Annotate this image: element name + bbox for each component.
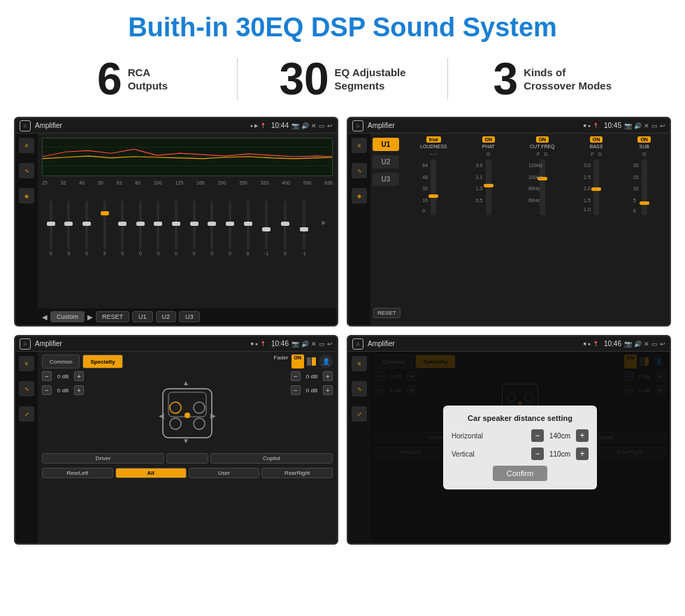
fader-on-badge[interactable]: ON bbox=[291, 354, 305, 368]
wave-icon-4[interactable]: ∿ bbox=[352, 381, 367, 396]
svg-point-5 bbox=[170, 402, 181, 413]
eq-slider-10[interactable]: 0 bbox=[229, 189, 231, 256]
eq-freq-labels: 253240506380100125160200250320400500630 bbox=[38, 180, 337, 187]
common-tab-3[interactable]: Common bbox=[42, 354, 80, 368]
stat-eq: 30 EQ AdjustableSegments bbox=[252, 57, 433, 101]
back-icon-1[interactable]: ↩ bbox=[327, 122, 333, 129]
wave-icon-3[interactable]: ∿ bbox=[19, 381, 34, 396]
prev-icon[interactable]: ◀ bbox=[42, 313, 48, 321]
eq-icon-2[interactable]: ≡ bbox=[352, 138, 367, 153]
speaker-icon-2[interactable]: ◈ bbox=[352, 188, 367, 203]
vol-plus-tr[interactable]: + bbox=[323, 371, 333, 381]
u3-btn-1[interactable]: U3 bbox=[179, 311, 200, 322]
screen-main-2: true LOUDNESS ~~ 64 48 32 16 0 bbox=[401, 134, 670, 325]
back-icon-3[interactable]: ↩ bbox=[327, 341, 333, 348]
eq-slider-7[interactable]: 0 bbox=[175, 189, 178, 256]
svg-text:◀: ◀ bbox=[159, 412, 164, 420]
eq-slider-5[interactable]: 0 bbox=[139, 189, 142, 256]
specialty-tab-3[interactable]: Specialty bbox=[82, 354, 122, 368]
rearright-btn[interactable]: RearRight bbox=[261, 468, 333, 478]
vol-row-bl: − 0 dB + bbox=[42, 385, 84, 395]
u1-btn[interactable]: U1 bbox=[373, 138, 399, 151]
user-btn-3[interactable]: User bbox=[189, 468, 260, 478]
eq-slider-13[interactable]: 0 bbox=[284, 189, 287, 256]
expand-icon-4[interactable]: ⤢ bbox=[352, 406, 367, 422]
u3-btn[interactable]: U3 bbox=[373, 173, 399, 186]
vol-val-bl: 0 dB bbox=[53, 387, 73, 394]
horizontal-minus[interactable]: − bbox=[531, 429, 544, 442]
dialog-overlay: Car speaker distance setting Horizontal … bbox=[370, 352, 670, 543]
cutfreq-on[interactable]: ON bbox=[536, 136, 549, 143]
loudness-slider[interactable]: 64 48 32 16 0 bbox=[431, 159, 436, 215]
reset-btn-1[interactable]: RESET bbox=[96, 311, 129, 322]
next-icon[interactable]: ▶ bbox=[87, 313, 93, 321]
u2-btn-1[interactable]: U2 bbox=[156, 311, 177, 322]
eq-slider-12[interactable]: -1 bbox=[264, 189, 268, 256]
vol-minus-tr[interactable]: − bbox=[291, 371, 301, 381]
loudness-on[interactable]: true bbox=[426, 136, 441, 143]
vol-plus-br[interactable]: + bbox=[323, 385, 333, 395]
vertical-plus[interactable]: + bbox=[576, 447, 589, 460]
vertical-minus[interactable]: − bbox=[531, 447, 544, 460]
all-btn[interactable]: All bbox=[115, 468, 187, 478]
rearleft-btn[interactable]: RearLeft bbox=[42, 468, 113, 478]
stat-number-crossover: 3 bbox=[493, 57, 519, 101]
dialog-horizontal-row: Horizontal − 140cm + bbox=[452, 429, 589, 442]
eq-icon-3[interactable]: ≡ bbox=[19, 356, 34, 371]
back-icon-2[interactable]: ↩ bbox=[660, 122, 665, 129]
cutfreq-col: ON CUT FREQ F G 120Hz 100Hz 80Hz 60Hz bbox=[530, 136, 555, 217]
eq-slider-4[interactable]: 0 bbox=[121, 189, 124, 256]
eq-slider-6[interactable]: 0 bbox=[157, 189, 159, 256]
horizontal-plus[interactable]: + bbox=[576, 429, 589, 442]
expand-icon-3[interactable]: ⤢ bbox=[19, 406, 34, 422]
vol-plus-tl[interactable]: + bbox=[74, 371, 84, 381]
home-icon-3[interactable]: ⌂ bbox=[20, 338, 31, 350]
stat-label-crossover: Kinds ofCrossover Modes bbox=[524, 66, 612, 93]
vol-minus-br[interactable]: − bbox=[291, 385, 301, 395]
cutfreq-slider[interactable]: 120Hz 100Hz 80Hz 60Hz bbox=[540, 159, 545, 215]
back-icon-4[interactable]: ↩ bbox=[660, 341, 665, 348]
phat-slider[interactable]: 3.0 2.1 1.3 0.5 bbox=[486, 159, 491, 215]
bass-slider[interactable]: 3.0 2.5 2.0 1.5 1.0 bbox=[593, 159, 599, 215]
reset-btn-2[interactable]: RESET bbox=[373, 308, 401, 318]
phat-label: PHAT bbox=[482, 144, 495, 149]
eq-icon-4[interactable]: ≡ bbox=[352, 356, 367, 371]
eq-slider-2[interactable]: 0 bbox=[85, 189, 88, 256]
home-icon-4[interactable]: ⌂ bbox=[352, 338, 363, 350]
eq-slider-8[interactable]: 0 bbox=[193, 189, 196, 256]
eq-slider-9[interactable]: 0 bbox=[210, 189, 213, 256]
phat-on[interactable]: ON bbox=[482, 136, 496, 143]
confirm-button[interactable]: Confirm bbox=[493, 466, 548, 481]
eq-slider-11[interactable]: 0 bbox=[247, 189, 250, 256]
settings-btn-3[interactable]: 👤 bbox=[319, 354, 333, 368]
sub-on[interactable]: ON bbox=[637, 136, 651, 143]
u1-btn-1[interactable]: U1 bbox=[132, 311, 153, 322]
bass-on[interactable]: ON bbox=[590, 136, 603, 143]
home-icon-1[interactable]: ⌂ bbox=[20, 120, 31, 131]
svg-text:▲: ▲ bbox=[182, 379, 189, 387]
eq-icon-1[interactable]: ≡ bbox=[19, 138, 34, 153]
eq-slider-0[interactable]: 0 bbox=[50, 189, 52, 256]
stat-rca: 6 RCAOutputs bbox=[42, 57, 223, 101]
wave-icon-2[interactable]: ∿ bbox=[352, 163, 367, 178]
vol-val-tr: 0 dB bbox=[302, 373, 322, 380]
copilot-btn[interactable]: Copilot bbox=[210, 453, 333, 464]
eq-slider-3[interactable]: 5 bbox=[103, 189, 106, 256]
speaker-icon-1[interactable]: ◈ bbox=[19, 188, 34, 203]
eq-slider-14[interactable]: -1 bbox=[302, 189, 306, 256]
driver-btn[interactable]: Driver bbox=[42, 453, 164, 464]
vol-minus-tl[interactable]: − bbox=[42, 371, 52, 381]
screen-fader: ⌂ Amplifier ■ ● 📍 10:46 📷 🔊 ✕ ▭ ↩ ≡ ∿ ⤢ bbox=[14, 335, 338, 545]
page-title: Buith-in 30EQ DSP Sound System bbox=[0, 0, 685, 50]
eq-slider-1[interactable]: 0 bbox=[67, 189, 70, 256]
screen-title-3: Amplifier bbox=[35, 340, 251, 348]
vol-plus-bl[interactable]: + bbox=[74, 385, 84, 395]
x-icon-1: ✕ bbox=[311, 122, 317, 129]
home-icon-2[interactable]: ⌂ bbox=[352, 120, 363, 131]
sub-slider[interactable]: 20 15 10 5 0 bbox=[642, 159, 647, 215]
vol-minus-bl[interactable]: − bbox=[42, 385, 52, 395]
u2-btn[interactable]: U2 bbox=[373, 155, 399, 169]
wave-icon-1[interactable]: ∿ bbox=[19, 163, 34, 178]
left-sidebar-3: ≡ ∿ ⤢ bbox=[15, 352, 38, 543]
custom-btn[interactable]: Custom bbox=[50, 311, 85, 322]
